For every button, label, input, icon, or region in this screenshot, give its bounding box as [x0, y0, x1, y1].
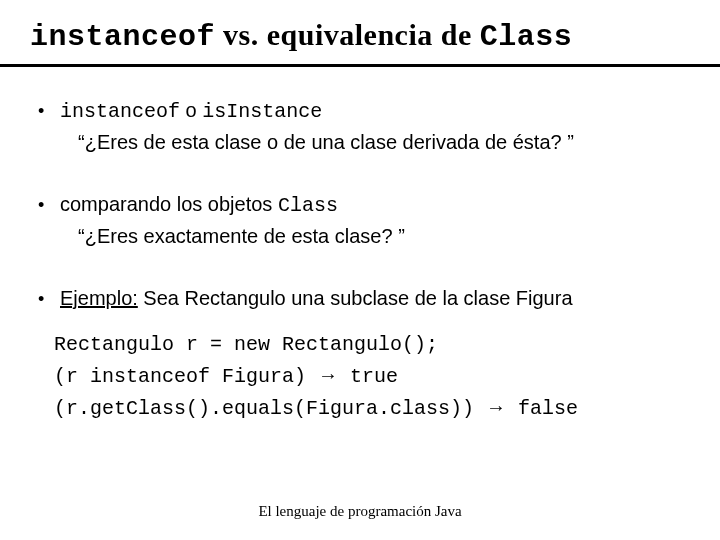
b3-rest: Sea Rectangulo una subclase de la clase …: [138, 287, 573, 309]
b1-code2: isInstance: [202, 100, 322, 123]
arrow-icon: →: [318, 364, 338, 386]
bullet-dot: •: [38, 286, 60, 313]
content-area: • instanceof o isInstance “¿Eres de esta…: [30, 67, 690, 424]
arrow-icon: →: [486, 396, 506, 418]
slide-title: instanceof vs. equivalencia de Class: [30, 18, 690, 54]
b3-label: Ejemplo:: [60, 287, 138, 309]
bullet-3: • Ejemplo: Sea Rectangulo una subclase d…: [38, 283, 682, 313]
slide-footer: El lenguaje de programación Java: [0, 503, 720, 520]
title-code-1: instanceof: [30, 20, 215, 54]
code-line-1: Rectangulo r = new Rectangulo();: [54, 329, 682, 360]
bullet-2: • comparando los objetos Class “¿Eres ex…: [38, 189, 682, 251]
b2-code: Class: [278, 194, 338, 217]
b1-sub: “¿Eres de esta clase o de una clase deri…: [38, 127, 682, 157]
code-line-2: (r instanceof Figura) → true: [54, 360, 682, 392]
title-mid: vs. equivalencia de: [215, 18, 480, 51]
title-code-2: Class: [480, 20, 573, 54]
b1-mid: o: [180, 99, 202, 121]
b1-code1: instanceof: [60, 100, 180, 123]
bullet-dot: •: [38, 192, 60, 219]
b2-pre: comparando los objetos: [60, 193, 278, 215]
b2-sub: “¿Eres exactamente de esta clase? ”: [38, 221, 682, 251]
code-line-3: (r.getClass().equals(Figura.class)) → fa…: [54, 392, 682, 424]
bullet-1: • instanceof o isInstance “¿Eres de esta…: [38, 95, 682, 157]
bullet-dot: •: [38, 98, 60, 125]
code-example: Rectangulo r = new Rectangulo(); (r inst…: [38, 329, 682, 424]
